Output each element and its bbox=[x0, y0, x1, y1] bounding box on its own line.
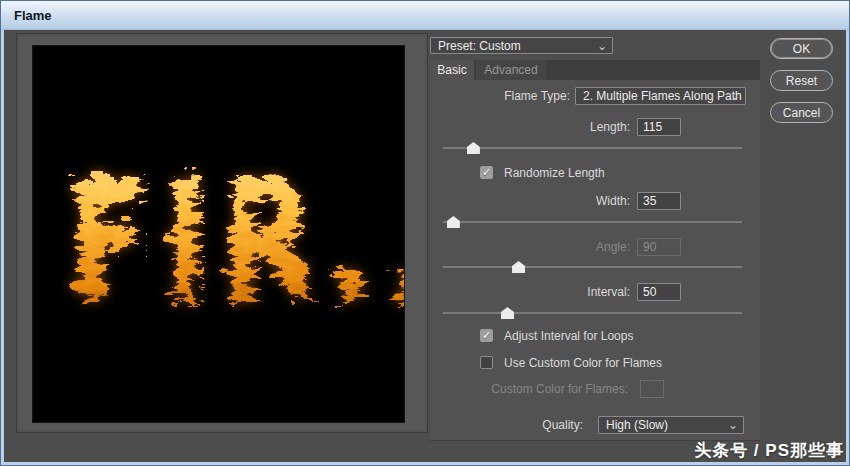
ok-button-label: OK bbox=[793, 42, 810, 56]
angle-slider-track[interactable] bbox=[443, 266, 742, 268]
length-slider[interactable] bbox=[443, 141, 742, 155]
custom-color-label: Custom Color for Flames: bbox=[448, 381, 628, 397]
check-icon: ✓ bbox=[482, 330, 491, 341]
interval-slider-track[interactable] bbox=[443, 312, 742, 314]
interval-slider[interactable] bbox=[443, 306, 742, 320]
angle-slider[interactable] bbox=[443, 260, 742, 274]
use-custom-color-label: Use Custom Color for Flames bbox=[504, 356, 662, 370]
width-slider-thumb[interactable] bbox=[447, 216, 460, 228]
check-icon: ✓ bbox=[482, 167, 491, 178]
use-custom-color-checkbox[interactable]: ✓ bbox=[480, 356, 493, 369]
flame-type-select-value: 2. Multiple Flames Along Path bbox=[583, 88, 742, 104]
interval-slider-thumb[interactable] bbox=[501, 307, 514, 319]
length-slider-thumb[interactable] bbox=[467, 142, 480, 154]
interval-label: Interval: bbox=[450, 284, 630, 300]
angle-label: Angle: bbox=[450, 239, 630, 255]
reset-button-label: Reset bbox=[786, 74, 817, 88]
reset-button[interactable]: Reset bbox=[770, 70, 833, 91]
angle-slider-thumb[interactable] bbox=[512, 261, 525, 273]
chevron-down-icon: ⌄ bbox=[730, 88, 740, 104]
chevron-down-icon: ⌄ bbox=[728, 417, 738, 433]
length-input[interactable] bbox=[637, 118, 681, 136]
flame-type-select[interactable]: 2. Multiple Flames Along Path ⌄ bbox=[575, 87, 746, 105]
width-label: Width: bbox=[450, 193, 630, 209]
interval-input[interactable] bbox=[637, 283, 681, 301]
quality-select[interactable]: High (Slow) ⌄ bbox=[598, 416, 744, 434]
flame-preview-canvas[interactable]: FIR.. FIR.. bbox=[32, 45, 405, 423]
dialog-content: FIR.. FIR.. Preset: Custom ⌄ Basic Advan… bbox=[4, 30, 846, 462]
titlebar[interactable]: Flame bbox=[1, 1, 849, 30]
cancel-button-label: Cancel bbox=[783, 106, 820, 120]
length-slider-track[interactable] bbox=[443, 147, 742, 149]
quality-select-value: High (Slow) bbox=[606, 417, 668, 433]
quality-label: Quality: bbox=[403, 417, 583, 433]
ok-button[interactable]: OK bbox=[770, 38, 833, 59]
tab-basic[interactable]: Basic bbox=[430, 60, 474, 80]
watermark: 头条号 / PS那些事 bbox=[694, 439, 844, 462]
adjust-interval-label: Adjust Interval for Loops bbox=[504, 329, 633, 343]
flame-type-label: Flame Type: bbox=[410, 88, 570, 104]
tabstrip: Basic Advanced bbox=[430, 60, 760, 80]
randomize-length-label: Randomize Length bbox=[504, 166, 605, 180]
flame-preview-image: FIR.. FIR.. bbox=[33, 46, 404, 422]
width-slider[interactable] bbox=[443, 215, 742, 229]
custom-color-swatch bbox=[640, 380, 664, 398]
width-slider-track[interactable] bbox=[443, 221, 742, 223]
preset-select-value: Preset: Custom bbox=[438, 38, 521, 54]
tab-advanced[interactable]: Advanced bbox=[476, 60, 546, 80]
preset-select[interactable]: Preset: Custom ⌄ bbox=[430, 37, 613, 54]
tab-advanced-label: Advanced bbox=[484, 63, 537, 77]
adjust-interval-checkbox[interactable]: ✓ bbox=[480, 329, 493, 342]
angle-input bbox=[637, 238, 681, 256]
chevron-down-icon: ⌄ bbox=[597, 38, 607, 54]
flame-text: FIR.. bbox=[62, 137, 404, 334]
tab-basic-label: Basic bbox=[437, 63, 466, 77]
preview-frame: FIR.. FIR.. bbox=[16, 33, 428, 433]
length-label: Length: bbox=[450, 119, 630, 135]
window-title: Flame bbox=[14, 8, 52, 23]
flame-dialog-window: Flame bbox=[0, 0, 850, 466]
cancel-button[interactable]: Cancel bbox=[770, 102, 833, 123]
width-input[interactable] bbox=[637, 192, 681, 210]
randomize-length-checkbox[interactable]: ✓ bbox=[480, 166, 493, 179]
